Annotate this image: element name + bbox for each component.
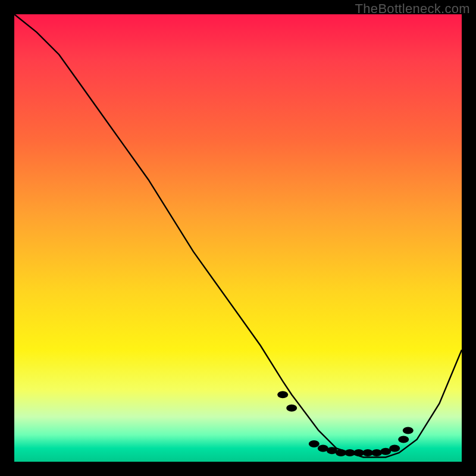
chart-frame: TheBottleneck.com: [0, 0, 476, 476]
marker-point: [389, 444, 400, 452]
marker-point: [398, 436, 409, 443]
plot-area: [14, 14, 462, 462]
marker-point: [309, 440, 320, 447]
marker-point: [277, 391, 288, 398]
marker-point: [286, 405, 297, 412]
marker-point: [403, 427, 414, 434]
marker-layer: [14, 14, 462, 462]
marker-group: [277, 391, 414, 456]
marker-point: [371, 449, 382, 456]
